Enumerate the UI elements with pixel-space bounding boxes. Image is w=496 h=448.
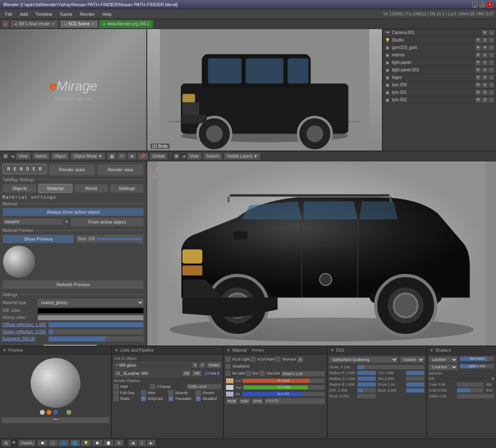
- panels-button[interactable]: Panels: [18, 440, 36, 446]
- glossy-refl-slider[interactable]: [48, 329, 144, 335]
- menu-help[interactable]: Help: [99, 11, 115, 17]
- traceable-checkbox[interactable]: ✓: [168, 396, 173, 401]
- view-icon-3[interactable]: 👤: [58, 440, 69, 446]
- radio-checkbox[interactable]: [114, 396, 119, 401]
- from-active-button[interactable]: From active object: [71, 217, 144, 226]
- viewport-icon[interactable]: ⊞: [2, 152, 9, 160]
- mesh-icon[interactable]: ▦: [107, 153, 117, 160]
- minimize-button[interactable]: _: [472, 2, 478, 7]
- tyre001-ctrl-arrow[interactable]: →: [489, 90, 494, 95]
- outliner-item-gum[interactable]: ▣ gum319_gum 👁 ✦ →: [383, 44, 496, 51]
- studio-ctrl-eye[interactable]: 👁: [475, 37, 481, 43]
- menu-game[interactable]: Game: [56, 11, 75, 17]
- menu-file[interactable]: File: [2, 11, 16, 17]
- gum-ctrl-arrow[interactable]: →: [489, 45, 494, 51]
- tex-slider[interactable]: [406, 376, 425, 381]
- tyre002-ctrl-eye[interactable]: 👁: [475, 97, 481, 103]
- sss-type-select[interactable]: Subsurface Scattering: [329, 356, 398, 363]
- studio-ctrl-cursor[interactable]: ✦: [482, 37, 488, 43]
- object-button[interactable]: Object: [51, 153, 69, 160]
- no-mist-chk[interactable]: [226, 371, 231, 376]
- mir-swatch[interactable]: [226, 391, 234, 397]
- blender-logo[interactable]: ●: [2, 20, 9, 28]
- menu-timeline[interactable]: Timeline: [32, 11, 56, 17]
- sss-preset-select[interactable]: Custom: [400, 356, 425, 363]
- logos-ctrl-cursor[interactable]: ✦: [482, 75, 488, 80]
- gum-ctrl-cursor[interactable]: ✦: [482, 45, 488, 51]
- rotate-icon[interactable]: ↻: [117, 153, 126, 160]
- outliner-item-tyre002[interactable]: ▣ tyre.002 👁 ✦ →: [383, 96, 496, 104]
- tyre002-ctrl-cursor[interactable]: ✦: [482, 97, 488, 103]
- b-slider[interactable]: B 0.725: [242, 392, 326, 397]
- world-button[interactable]: World: [74, 184, 108, 193]
- view-icon-6[interactable]: 🔲: [92, 440, 102, 446]
- objects-button[interactable]: Objects: [2, 184, 36, 193]
- render-tab[interactable]: ◀ SR:1-final render ✕: [10, 20, 59, 28]
- select-button[interactable]: Select: [32, 153, 50, 160]
- view-icon-2[interactable]: ⬡: [49, 440, 58, 446]
- show-preview-button[interactable]: Show Preview: [2, 234, 74, 243]
- render-button[interactable]: R E N D E R: [2, 164, 47, 174]
- gr-field[interactable]: [441, 376, 490, 381]
- radius-b-slider[interactable]: [357, 382, 376, 387]
- radius-r-slider[interactable]: [357, 370, 376, 375]
- outliner-item-tyre000[interactable]: ▣ tyre.000 👁 ✦ →: [383, 81, 496, 89]
- size-slider[interactable]: [97, 238, 142, 240]
- ref-slider[interactable]: Ref 0.800: [460, 356, 494, 361]
- exponent-label[interactable]: Exponent: 500.00: [2, 336, 48, 341]
- col-sss-slider[interactable]: [406, 370, 425, 375]
- front-slider[interactable]: [406, 382, 425, 387]
- snap-icon[interactable]: ⊕: [127, 153, 136, 160]
- material-dropdown-arrow[interactable]: ▼: [65, 219, 69, 224]
- onlycast-checkbox[interactable]: ✓: [141, 396, 146, 401]
- close-button[interactable]: ✕: [487, 2, 493, 7]
- tyre001-ctrl-eye[interactable]: 👁: [475, 90, 481, 95]
- view2-button[interactable]: View: [187, 153, 202, 160]
- pin-icon[interactable]: 📌: [137, 153, 148, 160]
- back-slider[interactable]: [406, 388, 425, 393]
- radius-g-slider[interactable]: [357, 376, 376, 381]
- wire-checkbox[interactable]: [141, 390, 146, 395]
- interior-ctrl-cursor[interactable]: ✦: [482, 52, 488, 58]
- amb-slider[interactable]: [457, 388, 484, 393]
- cooktorr-select[interactable]: CookTorr: [429, 364, 458, 370]
- render-anim-button[interactable]: Render anim: [49, 164, 95, 176]
- ob-btn[interactable]: OB: [182, 370, 191, 377]
- ior-slider[interactable]: [357, 388, 376, 393]
- mat-name-field[interactable]: [114, 370, 181, 377]
- tyre000-ctrl-cursor[interactable]: ✦: [482, 82, 488, 88]
- swatch-2[interactable]: [46, 409, 52, 415]
- diffuse-refl-slider[interactable]: [48, 322, 144, 328]
- object-mode-button[interactable]: Object Mode ▼: [71, 153, 105, 160]
- tyre000-ctrl-arrow[interactable]: →: [489, 82, 494, 88]
- spe-swatch[interactable]: [226, 385, 234, 390]
- view-icon-4[interactable]: 🌐: [70, 440, 80, 446]
- scene-icon[interactable]: ⊞: [2, 440, 11, 446]
- outliner-item-interior[interactable]: ▣ interior 👁 ✦ →: [383, 51, 496, 59]
- always-show-button[interactable]: Always show active object: [2, 208, 144, 216]
- interior-ctrl-arrow[interactable]: →: [489, 52, 494, 58]
- exponent-slider[interactable]: [48, 336, 144, 342]
- strands-checkbox[interactable]: [168, 390, 173, 395]
- material-name-input[interactable]: [2, 218, 64, 225]
- menu-add[interactable]: Add: [17, 11, 32, 17]
- outliner-item-studio[interactable]: 💡 Studio 👁 ✦ →: [383, 37, 496, 44]
- glossy-refl-label[interactable]: Glossy reflection: 0.050: [2, 329, 48, 334]
- gum-ctrl-eye[interactable]: 👁: [475, 45, 481, 51]
- interior-ctrl-eye[interactable]: 👁: [475, 52, 481, 58]
- glossy-color-swatch[interactable]: [37, 315, 144, 321]
- outliner-item-lightpanel[interactable]: ▣ light-panel 👁 ✦ →: [383, 59, 496, 66]
- nodes-btn[interactable]: Nodes: [207, 362, 221, 368]
- swatch-1[interactable]: [39, 409, 45, 415]
- view-icon-8[interactable]: ⚙: [114, 440, 124, 446]
- render-view-button[interactable]: Render view: [97, 164, 144, 176]
- logos-ctrl-arrow[interactable]: →: [489, 75, 494, 80]
- ztransp-checkbox[interactable]: [150, 384, 155, 389]
- vcol-paint-chk[interactable]: [250, 357, 255, 362]
- shadeless-chk[interactable]: [226, 364, 231, 369]
- lp002-ctrl-eye[interactable]: 👁: [475, 67, 481, 73]
- mat-type-select[interactable]: coated_glossy: [37, 299, 144, 307]
- f-btn[interactable]: F: [199, 362, 206, 368]
- zinvert-checkbox[interactable]: [196, 390, 201, 395]
- lambert-select[interactable]: Lambert: [429, 356, 458, 363]
